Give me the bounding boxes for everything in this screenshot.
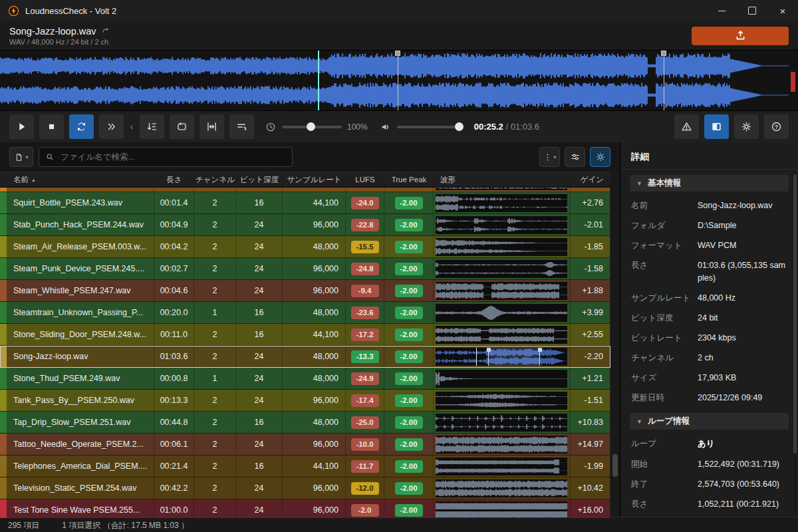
warning-button[interactable] [674, 114, 699, 139]
cell-true-peak: -2.00 [384, 499, 434, 518]
cell-length: 00:04.2 [154, 236, 194, 257]
red-badge: -9.4 [351, 285, 379, 297]
column-header[interactable]: サンプルレート [283, 175, 346, 185]
cell-sample-rate: 44,100 [283, 324, 346, 345]
target-loudness-button[interactable] [590, 147, 610, 167]
selection-summary: 1 項目選択 （合計: 17.5 MB 1:03 ） [62, 520, 189, 531]
play-button[interactable] [9, 114, 34, 139]
cell-gain: +10.42 [571, 477, 610, 499]
filter-sliders-button[interactable] [565, 147, 585, 167]
details-scrollbar-thumb[interactable] [793, 174, 797, 454]
close-button[interactable]: × [767, 0, 798, 21]
table-row[interactable]: Television_Static_PSEM.254.wav00:42.2224… [0, 477, 610, 499]
column-header[interactable]: ビット深度 [236, 175, 283, 185]
kebab-menu-button[interactable]: ▾ [539, 147, 560, 167]
auto-advance-button[interactable] [229, 114, 254, 139]
section-header[interactable]: ▼基本情報 [630, 175, 789, 192]
fit-width-button[interactable] [200, 114, 224, 139]
row-color-stripe [0, 412, 7, 433]
export-button[interactable] [692, 27, 789, 45]
speed-slider[interactable] [282, 126, 342, 128]
red-badge: -17.4 [351, 394, 379, 407]
cell-lufs: -22.8 [346, 214, 384, 235]
column-header[interactable]: 波形 [434, 175, 571, 185]
playhead[interactable] [318, 51, 319, 110]
column-header[interactable]: True Peak [384, 176, 434, 184]
waveform-thumbnail [436, 304, 567, 322]
cell-waveform [434, 302, 571, 323]
table-scrollbar[interactable] [610, 172, 620, 517]
sort-list-button[interactable] [140, 114, 164, 139]
cell-bit-depth: 24 [236, 214, 283, 235]
minimize-button[interactable] [706, 0, 737, 21]
table-row[interactable]: Steam_Punk_Device_PSEM.245....00:02.7224… [0, 258, 610, 280]
loop-start-marker[interactable] [398, 51, 398, 110]
skip-next-button[interactable] [99, 114, 124, 139]
loop-end-marker[interactable] [664, 51, 664, 110]
column-header[interactable]: 名前▲ [7, 175, 154, 185]
settings-button[interactable] [734, 114, 759, 139]
waveform-thumbnail [436, 479, 567, 497]
row-color-stripe [0, 188, 7, 192]
sort-asc-icon: ▲ [31, 178, 36, 182]
detail-row: チャンネル2 ch [620, 348, 798, 368]
detail-key: サンプルレート [631, 292, 698, 304]
table-row[interactable]: Test Tone Sine Wave PSEM.255...01:00.022… [0, 499, 610, 518]
column-header[interactable]: 長さ [154, 175, 194, 185]
table-row[interactable]: Tank_Pass_By__PSEM.250.wav00:13.322496,0… [0, 390, 610, 412]
cell-gain: +16.00 [571, 499, 610, 518]
cell-bit-depth: 24 [236, 346, 283, 367]
table-row[interactable]: Stone_Sliding_Door_PSEM.248.w...00:11.02… [0, 324, 610, 346]
target-loudness-icon [595, 152, 606, 162]
search-box[interactable] [39, 147, 293, 167]
search-input[interactable] [59, 152, 286, 162]
cell-name: Telephones_America_Dial_PSEM.... [7, 456, 154, 477]
column-header[interactable]: チャンネル [194, 175, 236, 185]
cell-name: Steam_Punk_Device_PSEM.245.... [7, 258, 154, 279]
table-row[interactable]: Steam_Whistle_PSEM.247.wav00:04.622496,0… [0, 280, 610, 302]
maximize-button[interactable] [737, 0, 767, 21]
table-row[interactable]: Stab_Punch_Hack_PSEM.244.wav00:04.922496… [0, 214, 610, 236]
stop-button[interactable] [39, 114, 64, 139]
detail-row: 長さ01:03.6 (3,055,135 samples) [620, 255, 798, 287]
section-header[interactable]: ▼ループ情報 [630, 413, 789, 430]
help-button[interactable]: ? [764, 114, 789, 139]
green-badge: -13.3 [351, 350, 379, 363]
speaker-icon[interactable] [380, 121, 392, 133]
row-color-stripe [0, 346, 7, 367]
table-row[interactable]: Tattoo_Needle_Operate_PSEM.2...00:06.122… [0, 434, 610, 456]
table-row-selected[interactable]: Song-Jazz-loop.wav01:03.622448,000-13.3-… [0, 346, 610, 368]
table-header[interactable]: 名前▲長さチャンネルビット深度サンプルレートLUFSTrue Peak波形ゲイン [0, 172, 610, 188]
split-panel-button[interactable] [704, 114, 729, 139]
table-row[interactable]: Telephones_America_Dial_PSEM....00:21.42… [0, 456, 610, 477]
cell-bit-depth: 16 [236, 456, 283, 477]
chevron-down-icon: ▾ [25, 154, 28, 160]
detail-value: 24 bit [698, 312, 787, 324]
open-external-icon[interactable] [101, 26, 111, 36]
scrollbar-thumb[interactable] [612, 454, 618, 477]
table-row[interactable]: Tap_Drip_Slow_PSEM.251.wav00:44.821648,0… [0, 412, 610, 434]
column-header[interactable]: LUFS [346, 176, 384, 184]
loop-region-button[interactable] [170, 114, 194, 139]
auto-advance-icon [235, 120, 248, 133]
red-badge: -17.2 [351, 329, 379, 341]
table-row[interactable]: Steam_Air_Release_PSEM.003.w...00:04.222… [0, 236, 610, 258]
repeat-button[interactable] [69, 114, 94, 139]
collapse-transport-icon[interactable]: ‹ [129, 122, 134, 132]
table-row[interactable] [0, 188, 610, 192]
table-row[interactable]: Squirt_Bottle_PSEM.243.wav00:01.421644,1… [0, 192, 610, 214]
table-row[interactable]: Steamtrain_Unknown_Passing_P...00:20.011… [0, 302, 610, 324]
volume-slider[interactable] [397, 126, 464, 128]
cell-bit-depth: 24 [236, 390, 283, 411]
column-header[interactable]: ゲイン [571, 175, 610, 185]
detail-row: 終了2,574,703 (00:53.640) [620, 474, 798, 494]
detail-value: WAV PCM [698, 239, 787, 251]
cell-length [154, 188, 194, 192]
table-row[interactable]: Stone_Thud_PSEM.249.wav00:00.812448,000-… [0, 368, 610, 390]
file-menu-button[interactable]: ▾ [9, 147, 33, 167]
red-badge: -24.0 [351, 197, 379, 209]
cell-bit-depth: 24 [236, 236, 283, 257]
waveform-display[interactable] [0, 50, 798, 111]
row-color-stripe [0, 434, 7, 455]
cell-length: 00:02.7 [154, 258, 194, 279]
